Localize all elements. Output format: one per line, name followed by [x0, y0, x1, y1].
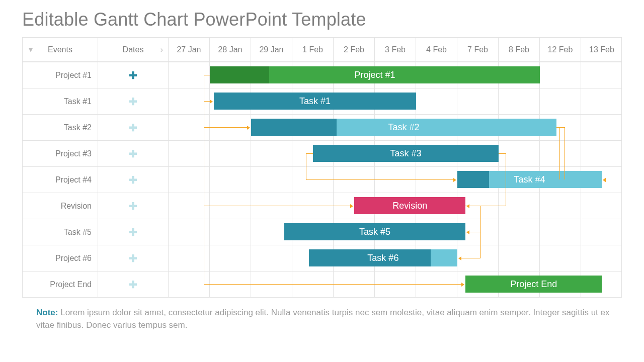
timeline-cell	[375, 62, 416, 88]
timeline-cell	[375, 141, 416, 166]
timeline-cell	[499, 88, 540, 114]
timeline-cell	[334, 219, 375, 245]
expand-button[interactable]: ✚	[98, 245, 169, 271]
expand-button[interactable]: ✚	[98, 272, 169, 297]
date-col: 12 Feb	[540, 38, 581, 61]
header-dates-label: Dates	[123, 45, 144, 54]
timeline-cell	[251, 193, 292, 219]
timeline-cell	[251, 88, 292, 114]
note-label: Note:	[36, 308, 58, 317]
timeline-cell	[416, 193, 457, 219]
plus-icon: ✚	[129, 253, 137, 263]
date-col: 1 Feb	[292, 38, 334, 61]
timeline-cell	[292, 245, 334, 271]
footnote: Note: Lorem ipsum dolor sit amet, consec…	[22, 307, 622, 331]
timeline-cell	[457, 167, 499, 193]
expand-button[interactable]: ✚	[98, 141, 169, 166]
expand-button[interactable]: ✚	[98, 167, 169, 193]
timeline-cell	[375, 115, 416, 140]
plus-icon: ✚	[129, 201, 137, 211]
timeline-cell	[375, 245, 416, 271]
row-label: Project #1	[23, 62, 98, 88]
note-body: Lorem ipsum dolor sit amet, consectetur …	[36, 308, 610, 330]
chevron-right-icon[interactable]: ›	[160, 45, 163, 54]
timeline-cell	[499, 193, 540, 219]
header-row: ▾ Events Dates › 27 Jan 28 Jan 29 Jan 1 …	[23, 38, 621, 62]
timeline-cell	[292, 62, 334, 88]
timeline-cell	[581, 167, 622, 193]
timeline-cell	[334, 245, 375, 271]
timeline-cell	[292, 272, 334, 297]
date-col: 29 Jan	[251, 38, 292, 61]
timeline-cell	[375, 272, 416, 297]
date-col: 27 Jan	[169, 38, 210, 61]
timeline-cell	[540, 88, 581, 114]
header-dates[interactable]: Dates ›	[98, 38, 169, 61]
expand-button[interactable]: ✚	[98, 115, 169, 140]
timeline-cell	[581, 219, 622, 245]
timeline-cell	[292, 167, 334, 193]
header-events[interactable]: ▾ Events	[23, 38, 98, 61]
timeline-cell	[540, 272, 581, 297]
timeline-cell	[581, 272, 622, 297]
timeline-cell	[169, 141, 210, 166]
expand-button[interactable]: ✚	[98, 193, 169, 219]
expand-button[interactable]: ✚	[98, 219, 169, 245]
chevron-down-icon[interactable]: ▾	[29, 45, 33, 54]
row-label: Project #3	[23, 141, 98, 166]
timeline-cell	[457, 272, 499, 297]
timeline-cell	[499, 62, 540, 88]
timeline-cell	[210, 88, 251, 114]
expand-button[interactable]: ✚	[98, 62, 169, 88]
timeline-cell	[416, 167, 457, 193]
plus-icon: ✚	[129, 149, 137, 159]
timeline-cell	[292, 193, 334, 219]
row-label: Project #4	[23, 167, 98, 193]
timeline-cell	[210, 219, 251, 245]
timeline-cell	[334, 141, 375, 166]
timeline-cell	[375, 193, 416, 219]
table-row: Revision✚	[23, 193, 621, 219]
timeline-cell	[334, 88, 375, 114]
timeline-cell	[251, 272, 292, 297]
timeline-cell	[499, 141, 540, 166]
expand-button[interactable]: ✚	[98, 88, 169, 114]
timeline-cell	[540, 115, 581, 140]
plus-icon: ✚	[129, 123, 137, 133]
timeline-cell	[210, 167, 251, 193]
timeline-cell	[416, 219, 457, 245]
timeline-cell	[416, 115, 457, 140]
timeline-cell	[292, 88, 334, 114]
timeline-cell	[210, 193, 251, 219]
timeline-cell	[251, 62, 292, 88]
plus-icon: ✚	[129, 97, 137, 107]
date-col: 4 Feb	[416, 38, 457, 61]
date-col: 28 Jan	[210, 38, 251, 61]
gantt-chart: ▾ Events Dates › 27 Jan 28 Jan 29 Jan 1 …	[22, 37, 622, 298]
date-col: 2 Feb	[334, 38, 375, 61]
timeline-cell	[169, 245, 210, 271]
timeline-cell	[499, 245, 540, 271]
timeline-cell	[169, 62, 210, 88]
timeline-cell	[457, 62, 499, 88]
timeline-cell	[499, 272, 540, 297]
timeline-cell	[210, 272, 251, 297]
row-label: Revision	[23, 193, 98, 219]
timeline-cell	[292, 141, 334, 166]
timeline-cell	[540, 62, 581, 88]
date-col: 3 Feb	[375, 38, 416, 61]
timeline-cell	[416, 272, 457, 297]
timeline-cell	[581, 245, 622, 271]
date-col: 13 Feb	[581, 38, 622, 61]
header-events-label: Events	[48, 45, 72, 54]
timeline-cell	[416, 141, 457, 166]
timeline-cell	[540, 167, 581, 193]
plus-icon: ✚	[129, 175, 137, 185]
timeline-cell	[334, 115, 375, 140]
timeline-cell	[540, 141, 581, 166]
date-col: 8 Feb	[499, 38, 540, 61]
table-row: Task #5✚	[23, 219, 621, 245]
timeline-cell	[499, 167, 540, 193]
timeline-cell	[169, 193, 210, 219]
timeline-cell	[210, 141, 251, 166]
